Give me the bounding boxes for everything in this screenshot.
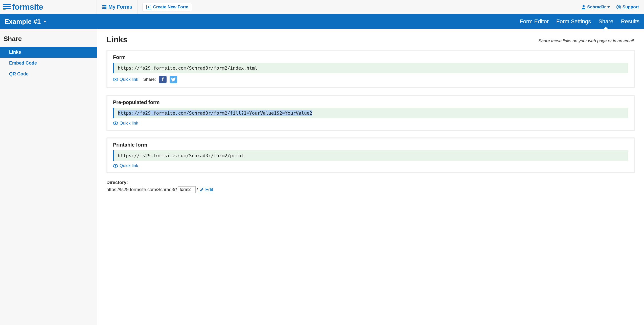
card-actions: Quick link xyxy=(113,163,628,168)
directory-input[interactable] xyxy=(178,186,196,193)
user-menu[interactable]: Schrad3r xyxy=(582,5,610,10)
create-new-form-button[interactable]: Create New Form xyxy=(143,3,192,11)
top-right: Schrad3r Support xyxy=(582,5,640,10)
svg-rect-12 xyxy=(147,7,150,7)
facebook-icon[interactable]: f xyxy=(159,76,167,83)
quick-link-label: Quick link xyxy=(120,163,138,168)
svg-rect-9 xyxy=(103,8,106,9)
page-subtitle: Share these links on your web page or in… xyxy=(538,38,635,44)
directory-prefix: https://fs29.formsite.com/Schrad3r/ xyxy=(106,187,177,192)
form-title: Example #1 xyxy=(5,18,41,26)
eye-icon xyxy=(113,164,118,168)
my-forms-label: My Forms xyxy=(108,4,132,10)
sidebar-item-embed-code[interactable]: Embed Code xyxy=(0,58,97,69)
svg-rect-0 xyxy=(3,4,11,5)
quick-link-label: Quick link xyxy=(120,121,138,126)
url-box[interactable]: https://fs29.formsite.com/Schrad3r/form2… xyxy=(113,150,628,161)
svg-point-8 xyxy=(102,8,103,9)
pencil-icon xyxy=(200,188,204,192)
link-card-form: Formhttps://fs29.formsite.com/Schrad3r/f… xyxy=(106,50,635,88)
svg-point-6 xyxy=(102,7,103,8)
svg-point-13 xyxy=(583,5,585,7)
eye-icon xyxy=(113,121,118,125)
url-box[interactable]: https://fs29.formsite.com/Schrad3r/form2… xyxy=(113,63,628,73)
quick-link[interactable]: Quick link xyxy=(113,163,138,168)
svg-point-14 xyxy=(617,5,621,9)
sidebar-item-links[interactable]: Links xyxy=(0,47,97,58)
page-title: Links xyxy=(106,35,128,44)
form-selector[interactable]: Example #1 ▼ xyxy=(5,18,47,26)
sidebar-item-qr-code[interactable]: QR Code xyxy=(0,69,97,79)
url-text: https://fs29.formsite.com/Schrad3r/form2… xyxy=(118,110,312,116)
list-icon xyxy=(102,5,106,9)
chevron-down-icon: ▼ xyxy=(43,19,47,24)
directory-block: Directory: https://fs29.formsite.com/Sch… xyxy=(106,180,635,193)
directory-edit-link[interactable]: Edit xyxy=(200,187,213,192)
card-heading: Pre-populated form xyxy=(113,99,628,105)
support-link[interactable]: Support xyxy=(616,5,639,10)
create-label: Create New Form xyxy=(153,5,188,10)
logo-icon xyxy=(3,4,11,11)
card-heading: Printable form xyxy=(113,142,628,148)
svg-rect-2 xyxy=(3,8,11,9)
directory-suffix: / xyxy=(197,187,198,192)
support-icon xyxy=(616,5,621,9)
link-card-printable-form: Printable formhttps://fs29.formsite.com/… xyxy=(106,137,635,173)
main-content: Links Share these links on your web page… xyxy=(97,29,644,325)
chevron-down-icon xyxy=(607,6,610,8)
svg-point-15 xyxy=(618,6,619,8)
eye-icon xyxy=(113,78,118,81)
svg-point-21 xyxy=(115,165,116,167)
support-label: Support xyxy=(623,5,639,10)
url-text: https://fs29.formsite.com/Schrad3r/form2… xyxy=(118,153,244,158)
card-heading: Form xyxy=(113,54,628,60)
form-nav: Example #1 ▼ Form EditorForm SettingsSha… xyxy=(0,14,644,29)
directory-label: Directory: xyxy=(106,180,635,185)
username: Schrad3r xyxy=(587,5,606,10)
nav-share[interactable]: Share xyxy=(599,18,613,25)
user-icon xyxy=(582,5,586,9)
card-actions: Quick link xyxy=(113,121,628,126)
nav-form-editor[interactable]: Form Editor xyxy=(520,18,549,25)
sidebar-title: Share xyxy=(0,34,97,47)
svg-point-19 xyxy=(115,123,116,124)
twitter-icon[interactable] xyxy=(170,76,177,83)
my-forms-link[interactable]: My Forms xyxy=(97,0,137,14)
svg-rect-5 xyxy=(103,5,106,6)
brand-name: formsite xyxy=(12,2,43,12)
svg-rect-1 xyxy=(3,6,11,7)
nav-form-settings[interactable]: Form Settings xyxy=(556,18,591,25)
plus-icon xyxy=(146,5,151,9)
link-card-pre-populated-form: Pre-populated formhttps://fs29.formsite.… xyxy=(106,95,635,131)
quick-link[interactable]: Quick link xyxy=(113,121,138,126)
svg-rect-7 xyxy=(103,7,106,8)
url-text: https://fs29.formsite.com/Schrad3r/form2… xyxy=(118,65,258,71)
share-label: Share: xyxy=(143,77,156,82)
top-bar: formsite My Forms Create New Form S xyxy=(0,0,644,14)
svg-point-4 xyxy=(102,5,103,6)
share-sidebar: Share LinksEmbed CodeQR Code xyxy=(0,29,97,325)
quick-link[interactable]: Quick link xyxy=(113,77,138,82)
card-actions: Quick linkShare:f xyxy=(113,76,628,83)
svg-point-17 xyxy=(115,79,116,80)
nav-results[interactable]: Results xyxy=(621,18,639,25)
edit-label: Edit xyxy=(205,187,213,192)
svg-rect-3 xyxy=(3,9,6,10)
brand-logo[interactable]: formsite xyxy=(3,2,97,12)
quick-link-label: Quick link xyxy=(120,77,138,82)
url-box[interactable]: https://fs29.formsite.com/Schrad3r/form2… xyxy=(113,108,628,118)
